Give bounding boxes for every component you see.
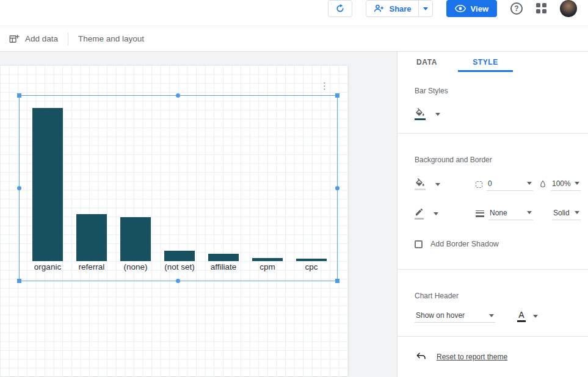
bar-label: cpm xyxy=(252,261,283,273)
dropdown-arrow-icon xyxy=(527,182,532,185)
add-data-icon xyxy=(9,34,20,45)
person-add-icon xyxy=(373,3,384,14)
bar-(not set)[interactable] xyxy=(164,251,195,261)
bar-label: organic xyxy=(32,261,63,273)
selection-handle[interactable] xyxy=(335,93,339,98)
bar-fill-control xyxy=(415,102,582,126)
selection-handle[interactable] xyxy=(17,93,21,98)
dropdown-arrow-icon xyxy=(527,211,532,214)
bar-column: affiliate xyxy=(208,254,239,273)
dropdown-arrow-icon[interactable] xyxy=(434,212,438,215)
dropdown-arrow-icon xyxy=(575,211,579,214)
corner-radius-icon xyxy=(476,181,482,188)
header-text-color-button[interactable]: A xyxy=(517,311,538,322)
bar-organic[interactable] xyxy=(32,108,63,261)
bar-column: cpc xyxy=(296,259,327,273)
section-bar-styles: Bar Styles xyxy=(397,72,588,126)
share-button[interactable]: Share xyxy=(366,1,418,16)
help-button[interactable]: ? xyxy=(510,2,523,15)
border-shadow-toggle[interactable]: Add Border Shadow xyxy=(415,240,582,248)
text-color-indicator xyxy=(517,320,526,322)
selection-handle[interactable] xyxy=(17,186,21,190)
border-style-select[interactable]: Solid xyxy=(552,207,581,220)
bar-label: cpc xyxy=(296,261,327,273)
section-title: Bar Styles xyxy=(415,87,582,95)
dropdown-arrow-icon xyxy=(489,314,494,317)
reset-to-report-theme-link[interactable]: Reset to report theme xyxy=(437,353,507,361)
apps-grid-icon[interactable] xyxy=(536,3,546,13)
border-weight-icon xyxy=(476,210,484,217)
border-pen-icon xyxy=(415,207,424,217)
chart-header-controls: Show on hover A xyxy=(415,310,582,323)
border-weight-value: None xyxy=(490,209,527,217)
fill-bucket-icon xyxy=(415,108,426,117)
tab-style[interactable]: STYLE xyxy=(456,52,515,72)
theme-and-layout-button[interactable]: Theme and layout xyxy=(78,34,144,43)
top-header: Share View ? xyxy=(0,0,588,26)
background-color-button[interactable] xyxy=(415,178,426,190)
border-style-icon xyxy=(539,212,548,215)
refresh-button[interactable] xyxy=(328,0,352,17)
opacity-icon xyxy=(539,180,546,188)
avatar[interactable] xyxy=(560,0,577,17)
share-menu-arrow[interactable] xyxy=(419,1,432,16)
selection-handle[interactable] xyxy=(335,279,339,283)
bar-column: (none) xyxy=(120,217,151,273)
toolbar-divider xyxy=(68,32,68,46)
opacity-control: 100% xyxy=(539,178,582,191)
bar-referral[interactable] xyxy=(76,214,107,261)
opacity-select[interactable]: 100% xyxy=(551,178,581,191)
apps-grid-dot xyxy=(536,9,540,13)
bar-fill-color-button[interactable] xyxy=(415,108,426,120)
border-weight-control: None xyxy=(476,207,539,220)
background-color-indicator xyxy=(415,188,426,190)
add-data-label: Add data xyxy=(25,34,58,43)
bar-column: cpm xyxy=(252,258,283,273)
dropdown-arrow-icon xyxy=(575,182,579,185)
selection-handle[interactable] xyxy=(335,186,339,190)
report-canvas[interactable]: ⋮ organicreferral(none)(not set)affiliat… xyxy=(0,52,397,377)
share-label: Share xyxy=(389,4,411,13)
dropdown-arrow-icon xyxy=(423,7,428,10)
border-weight-select[interactable]: None xyxy=(488,207,533,220)
bar-label: (none) xyxy=(120,261,151,273)
panel-spacer xyxy=(397,323,588,336)
add-data-button[interactable]: Add data xyxy=(9,34,58,45)
bar-(none)[interactable] xyxy=(120,217,151,261)
bar-column: referral xyxy=(76,214,107,273)
help-icon: ? xyxy=(514,4,518,13)
fill-color-indicator xyxy=(415,118,426,120)
header-visibility-value: Show on hover xyxy=(416,311,489,320)
chart-overflow-menu[interactable]: ⋮ xyxy=(320,81,329,91)
bar-column: organic xyxy=(32,108,63,273)
text-color-letter: A xyxy=(518,311,524,319)
border-color-indicator xyxy=(415,218,424,220)
apps-grid-dot xyxy=(542,3,546,7)
border-color-button[interactable] xyxy=(415,207,424,220)
corner-radius-select[interactable]: 0 xyxy=(487,178,533,191)
refresh-icon xyxy=(335,4,345,13)
dropdown-arrow-icon[interactable] xyxy=(435,113,440,116)
bar-chart[interactable]: organicreferral(none)(not set)affiliatec… xyxy=(32,96,324,281)
border-style-control: Solid xyxy=(539,207,582,220)
bar-label: (not set) xyxy=(164,261,195,273)
theme-layout-label: Theme and layout xyxy=(78,34,144,43)
bar-affiliate[interactable] xyxy=(208,254,239,261)
view-button[interactable]: View xyxy=(446,0,497,17)
bar-column: (not set) xyxy=(164,251,195,273)
edit-toolbar: Add data Theme and layout xyxy=(0,26,588,52)
chart-selection-box[interactable]: organicreferral(none)(not set)affiliatec… xyxy=(19,95,338,281)
selection-handle[interactable] xyxy=(17,279,21,283)
apps-grid-dot xyxy=(536,3,540,7)
report-page[interactable]: ⋮ organicreferral(none)(not set)affiliat… xyxy=(0,65,348,376)
background-border-controls: 0 100% xyxy=(415,174,582,224)
panel-footer: Reset to report theme xyxy=(397,336,588,377)
header-visibility-select[interactable]: Show on hover xyxy=(415,310,495,323)
section-chart-header: Chart Header Show on hover A xyxy=(397,270,588,323)
share-split-button: Share xyxy=(366,0,432,17)
border-style-value: Solid xyxy=(553,209,575,217)
dropdown-arrow-icon[interactable] xyxy=(435,183,440,186)
bar-label: referral xyxy=(76,261,107,273)
dropdown-arrow-icon xyxy=(533,315,538,318)
tab-data[interactable]: DATA xyxy=(397,52,456,72)
